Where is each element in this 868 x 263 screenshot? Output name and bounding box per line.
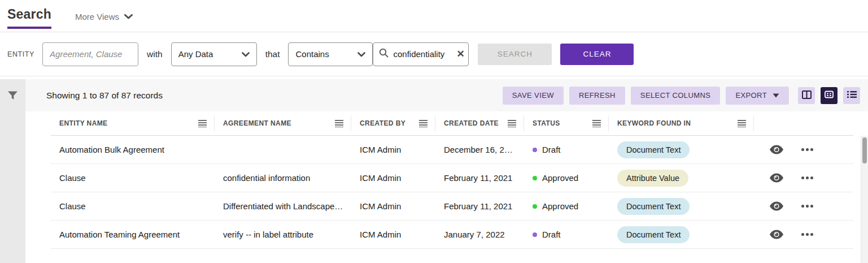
results-section: Showing 1 to 87 of 87 records SAVE VIEW … [0, 79, 868, 263]
refresh-button[interactable]: REFRESH [569, 87, 625, 105]
status-cell: Draft [524, 145, 609, 154]
that-label: that [265, 49, 280, 59]
status-label: Draft [542, 230, 561, 239]
filter-funnel-icon[interactable] [7, 90, 18, 263]
column-menu-icon[interactable] [335, 120, 343, 127]
status-label: Draft [542, 145, 561, 154]
split-view-toggle[interactable] [798, 87, 815, 104]
data-type-select[interactable]: Any Data [171, 42, 257, 66]
save-view-button[interactable]: SAVE VIEW [503, 87, 564, 105]
status-label: Approved [542, 173, 578, 183]
status-dot [533, 176, 537, 180]
vertical-scrollbar[interactable] [861, 136, 868, 263]
column-header-created-date[interactable]: CREATED DATE [435, 115, 524, 131]
keyword-found-in-cell: Document Text [609, 141, 754, 158]
preview-button[interactable] [770, 173, 783, 183]
status-cell: Approved [524, 201, 609, 211]
row-actions-button[interactable] [801, 233, 813, 236]
entity-label: ENTITY [7, 50, 34, 58]
column-menu-icon[interactable] [508, 120, 516, 127]
status-dot [533, 148, 537, 152]
column-header-entity-name[interactable]: ENTITY NAME [51, 115, 215, 131]
entity-name-cell: Automation Teaming Agreement [51, 230, 215, 239]
caret-down-icon [773, 91, 779, 100]
page-title: Search [7, 7, 51, 29]
table-row[interactable]: Automation Teaming Agreement verify -- i… [51, 221, 853, 249]
row-actions-button[interactable] [801, 176, 813, 179]
preview-button[interactable] [770, 145, 783, 154]
keyword-badge: Attribute Value [617, 170, 688, 187]
created-by-cell: ICM Admin [351, 145, 435, 154]
chevron-down-icon [124, 11, 133, 21]
column-header-keyword-found-in[interactable]: KEYWORD FOUND IN [609, 115, 754, 131]
eye-icon [770, 230, 783, 239]
operator-select[interactable]: Contains [288, 42, 373, 66]
column-menu-icon[interactable] [592, 120, 601, 127]
search-button[interactable]: SEARCH [478, 44, 552, 65]
status-dot [533, 232, 537, 237]
more-views-dropdown[interactable]: More Views [75, 11, 133, 21]
keyword-found-in-cell: Attribute Value [609, 170, 754, 187]
chevron-down-icon [357, 49, 365, 59]
entity-name-cell: Automation Bulk Agreement [51, 145, 215, 154]
search-icon [379, 48, 389, 60]
list-view-icon [847, 90, 857, 100]
created-date-cell: February 11, 2021 [435, 201, 524, 211]
table-row[interactable]: Clause confidential information ICM Admi… [51, 164, 853, 192]
created-date-cell: January 7, 2022 [435, 230, 524, 239]
ellipsis-icon [801, 148, 813, 151]
scrollbar-thumb[interactable] [862, 137, 867, 163]
keyword-found-in-cell: Document Text [609, 198, 754, 215]
export-button[interactable]: EXPORT [726, 87, 789, 105]
split-view-icon [802, 90, 812, 101]
search-filter-bar: ENTITY with Any Data that Contains ✕ SEA… [0, 32, 868, 76]
created-by-cell: ICM Admin [351, 173, 435, 183]
eye-icon [770, 173, 783, 183]
results-toolbar: Showing 1 to 87 of 87 records SAVE VIEW … [25, 79, 868, 111]
ellipsis-icon [801, 205, 813, 208]
keyword-search-box: ✕ [373, 42, 469, 66]
column-menu-icon[interactable] [419, 120, 428, 127]
column-header-created-by[interactable]: CREATED BY [351, 115, 435, 131]
created-date-cell: February 11, 2021 [435, 173, 524, 183]
clear-button[interactable]: CLEAR [560, 44, 634, 65]
created-date-cell: December 16, 2021 [435, 145, 524, 154]
column-menu-icon[interactable] [738, 120, 746, 127]
results-table: ENTITY NAME AGREEMENT NAME CREATED BY CR… [25, 111, 868, 263]
created-by-cell: ICM Admin [351, 201, 435, 211]
clear-keyword-icon[interactable]: ✕ [456, 49, 464, 59]
table-row[interactable]: Automation Bulk Agreement ICM Admin Dece… [51, 136, 853, 164]
keyword-badge: Document Text [617, 226, 690, 243]
grid-view-toggle[interactable] [821, 87, 838, 104]
keyword-found-in-cell: Document Text [609, 226, 754, 243]
data-type-select-value: Any Data [178, 49, 213, 59]
page-header: Search More Views [0, 0, 868, 32]
entity-input[interactable] [42, 42, 138, 66]
agreement-name-cell: verify -- in label attribute [215, 230, 351, 239]
column-header-agreement-name[interactable]: AGREEMENT NAME [215, 115, 351, 131]
more-views-label: More Views [75, 12, 119, 21]
status-label: Approved [542, 201, 578, 211]
created-by-cell: ICM Admin [351, 230, 435, 239]
status-cell: Draft [524, 230, 609, 239]
preview-button[interactable] [770, 201, 783, 211]
table-row[interactable]: Clause Differentiated with Landscape… IC… [51, 192, 853, 221]
with-label: with [147, 49, 163, 59]
column-menu-icon[interactable] [198, 120, 207, 127]
export-button-label: EXPORT [735, 91, 767, 100]
status-cell: Approved [524, 173, 609, 183]
column-header-status[interactable]: STATUS [524, 115, 609, 131]
operator-select-value: Contains [295, 49, 329, 59]
grid-view-icon [825, 90, 834, 100]
table-header-row: ENTITY NAME AGREEMENT NAME CREATED BY CR… [51, 111, 853, 136]
keyword-input[interactable] [393, 49, 452, 59]
list-view-toggle[interactable] [843, 87, 860, 104]
preview-button[interactable] [770, 230, 783, 239]
agreement-name-cell: Differentiated with Landscape… [215, 201, 351, 211]
select-columns-button[interactable]: SELECT COLUMNS [631, 87, 721, 105]
row-actions-button[interactable] [801, 205, 813, 208]
entity-name-cell: Clause [51, 201, 215, 211]
row-actions-button[interactable] [801, 148, 813, 151]
eye-icon [770, 201, 783, 211]
eye-icon [770, 145, 783, 154]
